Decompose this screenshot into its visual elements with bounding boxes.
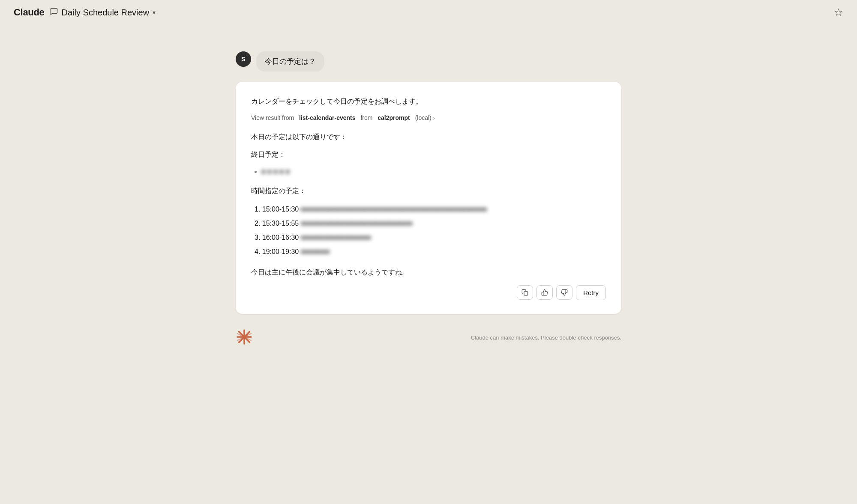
user-bubble: 今日の予定は？: [256, 51, 324, 72]
event-detail-2: ■■■■■■■■■■■■■■■■■■■■■■■■■■■: [301, 220, 413, 227]
list-item: 4. 19:00-19:30 ■■■■■■■: [255, 245, 606, 259]
event-detail-4: ■■■■■■■: [301, 248, 330, 255]
allday-item: ■ ■ ■ ■ ■: [261, 166, 606, 177]
event-time-3: 3. 16:00-16:30: [255, 234, 301, 241]
user-message-row: S 今日の予定は？: [236, 51, 621, 72]
svg-rect-0: [524, 292, 528, 295]
header-left: Claude Daily Schedule Review ▾: [14, 7, 156, 18]
chat-icon: [50, 7, 58, 18]
allday-blurred-text: ■ ■ ■ ■ ■: [261, 168, 290, 175]
thumbs-down-button[interactable]: [556, 285, 572, 300]
header: Claude Daily Schedule Review ▾ ☆: [0, 0, 857, 25]
tool-expand-icon[interactable]: ›: [433, 114, 435, 122]
tool-name: list-calendar-events: [299, 113, 356, 123]
avatar: S: [236, 51, 251, 67]
thumbs-up-button[interactable]: [536, 285, 553, 300]
footer-row: Claude can make mistakes. Please double-…: [236, 324, 621, 352]
event-detail-3: ■■■■■■■■■■■■■■■■■: [301, 234, 371, 241]
tool-from: from: [360, 113, 372, 123]
disclaimer-text: Claude can make mistakes. Please double-…: [471, 334, 621, 341]
event-time-2: 2. 15:30-15:55: [255, 220, 301, 227]
chevron-down-icon: ▾: [153, 9, 156, 16]
logo: Claude: [14, 7, 45, 18]
event-detail-1: ■■■■■■■■■■■■■■■■■■■■■■■■■■■■■■■■■■■■■■■■…: [301, 206, 487, 213]
claude-asterisk: [236, 328, 253, 347]
intro-text: カレンダーをチェックして今日の予定をお調べします。: [251, 95, 606, 107]
asterisk-logo: [236, 328, 253, 346]
allday-heading: 終日予定：: [251, 149, 606, 160]
favorite-star-icon[interactable]: ☆: [834, 7, 843, 18]
tool-result-prefix: View result from: [251, 113, 294, 123]
list-item: 3. 16:00-16:30 ■■■■■■■■■■■■■■■■■: [255, 231, 606, 245]
copy-button[interactable]: [517, 285, 533, 300]
main-content: S 今日の予定は？ カレンダーをチェックして今日の予定をお調べします。 View…: [0, 0, 857, 360]
timed-events-list: 1. 15:00-15:30 ■■■■■■■■■■■■■■■■■■■■■■■■■…: [251, 203, 606, 259]
timed-heading: 時間指定の予定：: [251, 185, 606, 197]
tool-source: cal2prompt: [378, 113, 410, 123]
list-item: 1. 15:00-15:30 ■■■■■■■■■■■■■■■■■■■■■■■■■…: [255, 203, 606, 217]
list-item: 2. 15:30-15:55 ■■■■■■■■■■■■■■■■■■■■■■■■■…: [255, 217, 606, 231]
allday-list: ■ ■ ■ ■ ■: [251, 166, 606, 177]
assistant-text: カレンダーをチェックして今日の予定をお調べします。 View result fr…: [251, 95, 606, 278]
assistant-message: カレンダーをチェックして今日の予定をお調べします。 View result fr…: [236, 82, 621, 314]
action-row: Retry: [251, 285, 606, 300]
event-time-4: 4. 19:00-19:30: [255, 248, 301, 255]
tool-result-line[interactable]: View result from list-calendar-events fr…: [251, 113, 606, 123]
chat-title-area[interactable]: Daily Schedule Review ▾: [50, 7, 156, 18]
retry-button[interactable]: Retry: [576, 285, 606, 300]
conversation-container: S 今日の予定は？ カレンダーをチェックして今日の予定をお調べします。 View…: [236, 34, 621, 360]
conversation-title: Daily Schedule Review: [62, 8, 150, 18]
tool-scope: (local): [415, 113, 431, 123]
event-time-1: 1. 15:00-15:30: [255, 206, 301, 213]
section1-heading: 本日の予定は以下の通りです：: [251, 131, 606, 143]
summary-text: 今日は主に午後に会議が集中しているようですね。: [251, 266, 606, 278]
